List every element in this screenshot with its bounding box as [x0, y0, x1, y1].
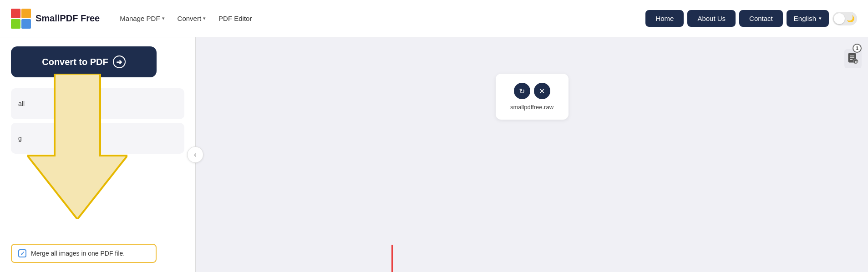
- file-name: smallpdffree.raw: [510, 104, 553, 111]
- check-icon: ✓: [20, 250, 25, 257]
- home-button[interactable]: Home: [645, 10, 684, 27]
- header: SmallPDF Free Manage PDF ▾ Convert ▾ PDF…: [0, 0, 868, 37]
- merge-checkbox[interactable]: ✓: [18, 249, 26, 257]
- refresh-file-button[interactable]: ↻: [514, 83, 530, 99]
- nav-links: Manage PDF ▾ Convert ▾ PDF Editor: [114, 11, 645, 26]
- merge-label: Merge all images in one PDF file.: [31, 250, 125, 257]
- logo-area: SmallPDF Free: [11, 9, 100, 29]
- arrow-circle-icon: ➜: [113, 55, 126, 68]
- nav-convert[interactable]: Convert ▾: [172, 11, 212, 26]
- left-panel: Convert to PDF ➜ all g ✓ Merge all image…: [0, 37, 196, 272]
- remove-file-button[interactable]: ✕: [534, 83, 550, 99]
- file-card: ↻ ✕ smallpdffree.raw: [496, 74, 569, 120]
- language-button[interactable]: English ▾: [787, 10, 829, 27]
- queue-count: 1: [853, 44, 862, 53]
- chevron-down-icon: ▾: [162, 15, 165, 21]
- list-item: all: [11, 88, 184, 119]
- queue-badge[interactable]: 1 ⚙: [840, 44, 862, 68]
- toggle-circle: [834, 13, 845, 24]
- chevron-left-icon: ‹: [194, 151, 196, 159]
- main-content: Convert to PDF ➜ all g ✓ Merge all image…: [0, 37, 868, 272]
- chevron-down-icon: ▾: [819, 15, 822, 21]
- svg-text:⚙: ⚙: [855, 60, 858, 64]
- chevron-down-icon: ▾: [203, 15, 206, 21]
- header-right: Home About Us Contact English ▾ 🌙: [645, 10, 857, 27]
- moon-icon: 🌙: [847, 15, 854, 22]
- logo-text: SmallPDF Free: [36, 13, 100, 24]
- convert-to-pdf-button[interactable]: Convert to PDF ➜: [11, 46, 157, 77]
- collapse-panel-button[interactable]: ‹: [187, 146, 203, 163]
- logo-icon: [11, 9, 31, 29]
- right-panel: ↻ ✕ smallpdffree.raw 1 ⚙: [196, 37, 868, 272]
- file-card-actions: ↻ ✕: [514, 83, 550, 99]
- nav-manage-pdf[interactable]: Manage PDF ▾: [114, 11, 170, 26]
- about-button[interactable]: About Us: [687, 10, 736, 27]
- contact-button[interactable]: Contact: [739, 10, 783, 27]
- theme-toggle[interactable]: 🌙: [832, 12, 857, 25]
- red-divider: [391, 245, 393, 272]
- file-list: all g: [11, 88, 184, 154]
- nav-pdf-editor[interactable]: PDF Editor: [213, 11, 257, 26]
- merge-row: ✓ Merge all images in one PDF file.: [11, 244, 157, 263]
- list-item: g: [11, 123, 184, 154]
